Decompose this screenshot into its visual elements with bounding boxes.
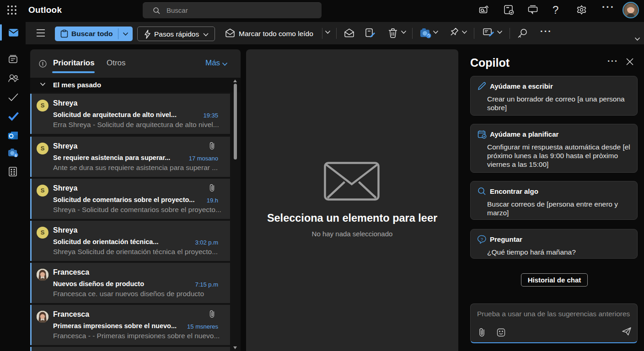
svg-text:S: S <box>15 154 17 158</box>
svg-text:?: ? <box>481 237 483 242</box>
